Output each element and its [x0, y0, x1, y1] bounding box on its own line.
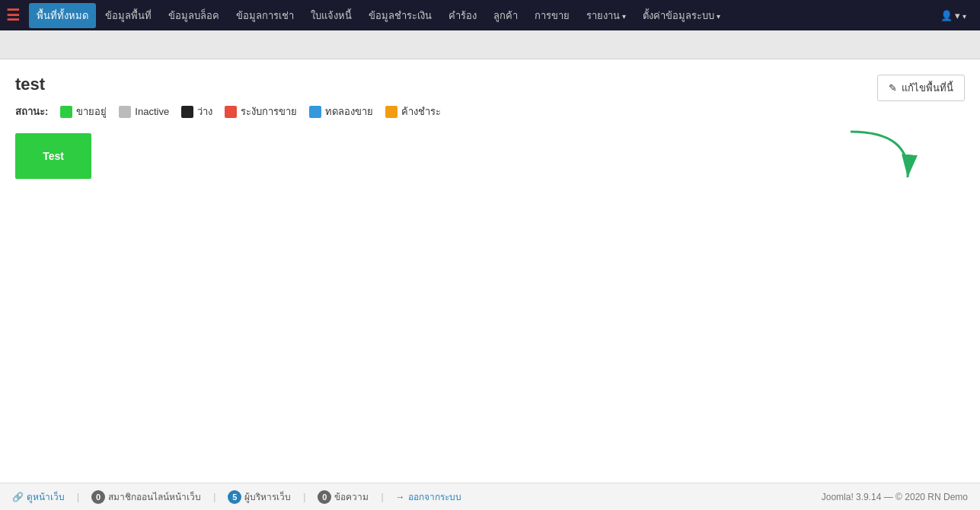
- edit-button-label: แก้ไขพื้นที่นี้: [902, 80, 953, 96]
- legend-dot-suspended: [225, 106, 237, 118]
- legend-dot-inactive: [119, 106, 131, 118]
- footer-dash: —: [884, 492, 895, 502]
- version-text: Joomla! 3.9.14: [822, 492, 882, 502]
- legend-label-selling: ขายอยู่: [76, 104, 107, 120]
- footer-sep-2: |: [213, 492, 215, 502]
- legend-item-overdue: ค้างชำระ: [385, 104, 441, 120]
- navbar-right: 👤 ▾: [933, 5, 974, 26]
- messages-label: ข้อความ: [334, 489, 369, 504]
- footer-sep-3: |: [303, 492, 305, 502]
- nav-item-reports[interactable]: รายงาน: [579, 3, 634, 28]
- legend-item-inactive: Inactive: [119, 106, 169, 118]
- nav-item-block-info[interactable]: ข้อมูลบล็อค: [161, 3, 227, 28]
- main-content: test สถานะ: ขายอยู่ Inactive ว่าง ระงับก…: [0, 59, 980, 483]
- online-members-label: สมาชิกออนไลน์หน้าเว็บ: [108, 489, 201, 504]
- nav-item-all-area[interactable]: พื้นที่ทั้งหมด: [29, 3, 96, 28]
- edit-btn-container: ✎ แก้ไขพื้นที่นี้: [877, 75, 965, 101]
- footer-sep-1: |: [77, 492, 79, 502]
- subbar: [0, 30, 980, 59]
- property-card-label: Test: [43, 150, 64, 162]
- status-legend: สถานะ: ขายอยู่ Inactive ว่าง ระงับการขาย…: [15, 104, 965, 120]
- nav-item-customer[interactable]: ลูกค้า: [486, 3, 525, 28]
- legend-item-suspended: ระงับการขาย: [225, 104, 297, 120]
- logout-link[interactable]: ออกจากระบบ: [408, 489, 461, 504]
- arrow-annotation: [843, 128, 919, 191]
- legend-item-vacant: ว่าง: [181, 104, 212, 120]
- property-card[interactable]: Test: [15, 133, 91, 179]
- legend-label-trial: ทดลองขาย: [325, 104, 373, 120]
- status-label: สถานะ:: [15, 104, 48, 120]
- legend-item-selling: ขายอยู่: [60, 104, 107, 120]
- user-menu[interactable]: 👤 ▾: [933, 5, 974, 26]
- nav-item-payment[interactable]: ข้อมูลชำระเงิน: [361, 3, 439, 28]
- edit-area-button[interactable]: ✎ แก้ไขพื้นที่นี้: [877, 75, 965, 101]
- footer-copyright: © 2020 RN Demo: [895, 492, 968, 502]
- logo[interactable]: ☰: [6, 6, 20, 24]
- footer-admins: 5 ผู้บริหารเว็บ: [228, 489, 291, 504]
- footer: 🔗 ดูหน้าเว็บ | 0 สมาชิกออนไลน์หน้าเว็บ |…: [0, 483, 980, 510]
- footer-logout: → ออกจากระบบ: [396, 489, 461, 504]
- page-title: test: [15, 75, 965, 94]
- legend-label-vacant: ว่าง: [197, 104, 212, 120]
- footer-sep-4: |: [381, 492, 383, 502]
- footer-version: Joomla! 3.9.14 — © 2020 RN Demo: [822, 492, 968, 502]
- legend-label-suspended: ระงับการขาย: [241, 104, 297, 120]
- legend-dot-overdue: [385, 106, 397, 118]
- edit-icon: ✎: [889, 82, 897, 94]
- legend-dot-vacant: [181, 106, 193, 118]
- logout-icon: →: [396, 492, 405, 502]
- nav-items: พื้นที่ทั้งหมด ข้อมูลพื้นที่ ข้อมูลบล็อค…: [29, 3, 933, 28]
- legend-label-overdue: ค้างชำระ: [401, 104, 441, 120]
- nav-item-invoice[interactable]: ใบแจ้งหนี้: [303, 3, 359, 28]
- legend-item-trial: ทดลองขาย: [309, 104, 373, 120]
- footer-view-site: 🔗 ดูหน้าเว็บ: [12, 489, 65, 504]
- footer-messages: 0 ข้อความ: [318, 489, 369, 504]
- admins-label: ผู้บริหารเว็บ: [244, 489, 291, 504]
- nav-item-area-info[interactable]: ข้อมูลพื้นที่: [97, 3, 159, 28]
- legend-dot-selling: [60, 106, 72, 118]
- online-members-badge: 0: [91, 490, 105, 504]
- legend-dot-trial: [309, 106, 321, 118]
- legend-label-inactive: Inactive: [135, 106, 169, 117]
- nav-item-rental-info[interactable]: ข้อมูลการเช่า: [228, 3, 302, 28]
- view-site-icon: 🔗: [12, 492, 24, 502]
- footer-online-members: 0 สมาชิกออนไลน์หน้าเว็บ: [91, 489, 201, 504]
- nav-item-complaint[interactable]: คำร้อง: [441, 3, 484, 28]
- messages-badge: 0: [318, 490, 331, 504]
- navbar: ☰ พื้นที่ทั้งหมด ข้อมูลพื้นที่ ข้อมูลบล็…: [0, 0, 980, 30]
- nav-item-settings[interactable]: ตั้งค่าข้อมูลระบบ: [635, 3, 728, 28]
- nav-item-sales[interactable]: การขาย: [527, 3, 577, 28]
- view-site-link[interactable]: ดูหน้าเว็บ: [27, 489, 65, 504]
- admins-badge: 5: [228, 490, 241, 504]
